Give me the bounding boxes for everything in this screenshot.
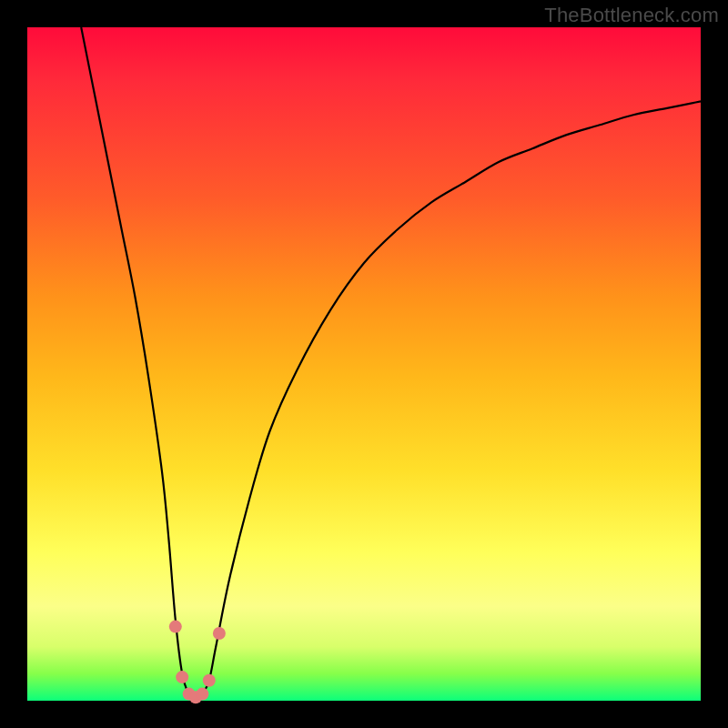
- curve-marker: [176, 671, 188, 683]
- plot-area: [27, 27, 701, 701]
- bottleneck-curve: [81, 27, 701, 701]
- curve-marker: [213, 627, 226, 640]
- chart-svg: [27, 27, 701, 701]
- outer-frame: TheBottleneck.com: [0, 0, 728, 728]
- curve-marker: [203, 674, 216, 687]
- curve-marker: [196, 688, 208, 701]
- watermark-text: TheBottleneck.com: [544, 4, 719, 27]
- curve-marker: [169, 621, 182, 633]
